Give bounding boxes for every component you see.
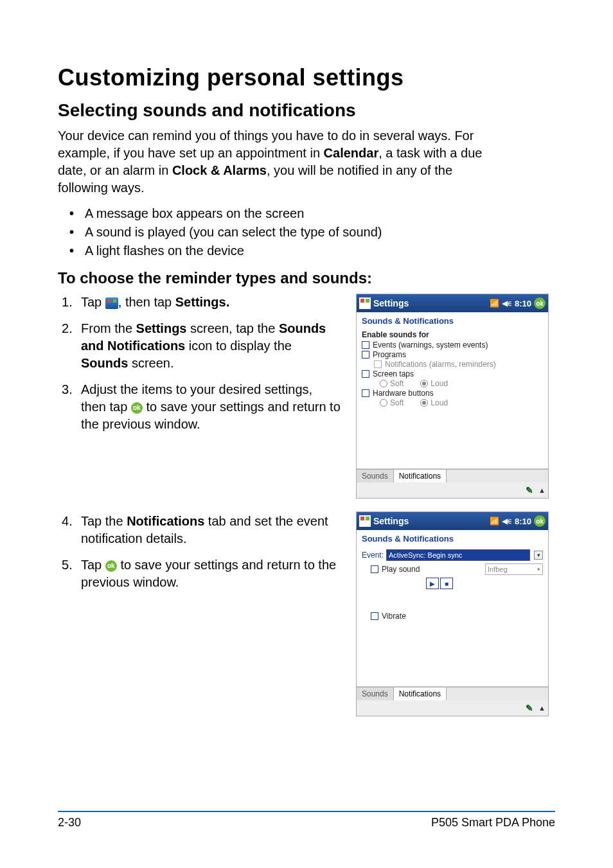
step-5: Tap ok to save your settings and return … (62, 556, 341, 591)
checkbox-label: Hardware buttons (373, 389, 434, 398)
checkbox-hardware[interactable]: Hardware buttons (362, 389, 543, 398)
intro-paragraph: Your device can remind you of things you… (58, 127, 495, 197)
enable-sounds-label: Enable sounds for (362, 330, 543, 339)
up-arrow-icon[interactable]: ▲ (538, 486, 546, 494)
signal-icon: 📶 (490, 299, 499, 308)
checkbox-events[interactable]: Events (warnings, system events) (362, 341, 543, 350)
ok-icon: ok (105, 560, 117, 572)
step-text: Tap (81, 295, 105, 309)
radio-soft: Soft (380, 398, 404, 407)
page-title: Customizing personal settings (58, 64, 555, 91)
ok-icon: ok (131, 402, 143, 414)
intro-calendar: Calendar (324, 146, 379, 160)
step-1: Tap , then tap Settings. (62, 294, 341, 311)
clock-label: 8:10 (515, 299, 531, 308)
step-2: From the Settings screen, tap the Sounds… (62, 320, 341, 372)
tab-notifications[interactable]: Notifications (394, 687, 447, 700)
pda-titlebar: Settings 📶 ◀ϵ 8:10 ok (357, 294, 548, 312)
checkbox-label: Notifications (alarms, reminders) (385, 360, 496, 369)
volume-icon: ◀ϵ (502, 517, 512, 526)
step-text: screen, tap the (186, 321, 278, 335)
pda-subtitle: Sounds & Notifications (357, 312, 548, 328)
checkbox-label: Screen taps (373, 369, 414, 378)
step-text: to save your settings and return to the … (81, 558, 336, 589)
stop-button[interactable]: ■ (440, 578, 453, 589)
step-text-notifications: Notifications (127, 514, 204, 528)
footer-title: P505 Smart PDA Phone (431, 816, 555, 829)
radio-loud: Loud (420, 379, 448, 388)
step-3: Adjust the items to your desired setting… (62, 381, 341, 433)
page-number: 2-30 (58, 816, 81, 829)
dropdown-arrow-icon[interactable]: ▾ (534, 551, 543, 560)
radio-label: Soft (390, 398, 404, 407)
checkbox-notifications: Notifications (alarms, reminders) (362, 360, 543, 369)
page-footer: 2-30 P505 Smart PDA Phone (58, 811, 555, 829)
radio-label: Loud (431, 379, 448, 388)
list-item: A message box appears on the screen (69, 204, 555, 223)
radio-label: Loud (431, 398, 448, 407)
intro-clock-alarms: Clock & Alarms (172, 163, 267, 177)
radio-label: Soft (390, 379, 404, 388)
pda-tabs: Sounds Notifications (357, 687, 548, 700)
pda-screenshot-sounds: Settings 📶 ◀ϵ 8:10 ok Sounds & Notificat… (356, 294, 549, 499)
up-arrow-icon[interactable]: ▲ (538, 704, 546, 712)
pda-footerbar: ✎ ▲ (357, 700, 548, 716)
keyboard-icon[interactable]: ✎ (526, 703, 536, 713)
sound-dropdown-value: Infbeg (488, 565, 508, 573)
status-area: 📶 ◀ϵ 8:10 ok (490, 515, 546, 527)
checkbox-label: Programs (373, 350, 406, 359)
clock-label: 8:10 (515, 517, 531, 526)
step-text: From the (81, 321, 136, 335)
tab-sounds[interactable]: Sounds (357, 687, 394, 700)
pda-tabs: Sounds Notifications (357, 469, 548, 483)
event-dropdown-value: ActiveSync: Begin sync (389, 551, 462, 559)
step-text-settings: Settings (136, 321, 187, 335)
event-label: Event: (362, 551, 384, 560)
pda-titlebar: Settings 📶 ◀ϵ 8:10 ok (357, 512, 548, 530)
sound-dropdown: Infbeg ▾ (485, 563, 543, 575)
pda-screenshot-notifications: Settings 📶 ◀ϵ 8:10 ok Sounds & Notificat… (356, 511, 549, 716)
step-text: , then tap (118, 295, 175, 309)
bullet-list: A message box appears on the screen A so… (69, 204, 555, 260)
checkbox-programs[interactable]: Programs (362, 350, 543, 359)
list-item: A sound is played (you can select the ty… (69, 223, 555, 242)
titlebar-label: Settings (373, 298, 490, 308)
checkbox-label: Play sound (382, 565, 420, 574)
section-title-selecting: Selecting sounds and notifications (58, 100, 555, 121)
pda-footerbar: ✎ ▲ (357, 483, 548, 498)
checkbox-screentaps[interactable]: Screen taps (362, 369, 543, 378)
checkbox-play-sound[interactable]: Play sound Infbeg ▾ (371, 563, 543, 575)
status-area: 📶 ◀ϵ 8:10 ok (490, 297, 546, 309)
ok-button[interactable]: ok (534, 515, 546, 527)
keyboard-icon[interactable]: ✎ (526, 485, 536, 495)
list-item: A light flashes on the device (69, 242, 555, 260)
ok-button[interactable]: ok (534, 297, 546, 309)
step-text: Tap (81, 558, 105, 572)
checkbox-label: Events (warnings, system events) (373, 341, 488, 350)
step-text: icon to display the (185, 339, 292, 353)
play-button[interactable]: ▶ (426, 578, 439, 589)
tab-sounds[interactable]: Sounds (357, 470, 394, 483)
step-text: screen. (128, 356, 173, 370)
checkbox-label: Vibrate (382, 612, 406, 621)
pda-subtitle: Sounds & Notifications (357, 530, 548, 545)
radio-soft: Soft (380, 379, 404, 388)
steps-list-a: Tap , then tap Settings. From the Settin… (62, 294, 341, 433)
event-dropdown[interactable]: ActiveSync: Begin sync (386, 549, 530, 561)
volume-icon: ◀ϵ (502, 299, 512, 308)
radio-loud: Loud (420, 398, 448, 407)
step-text-settings: Settings. (175, 295, 229, 309)
step-text-sounds: Sounds (81, 356, 128, 370)
start-icon[interactable] (359, 297, 371, 309)
tab-notifications[interactable]: Notifications (394, 470, 447, 483)
section-title-choose: To choose the reminder types and sounds: (58, 269, 555, 287)
step-4: Tap the Notifications tab and set the ev… (62, 513, 341, 547)
signal-icon: 📶 (490, 517, 499, 526)
start-icon (105, 297, 118, 309)
step-text: Tap the (81, 514, 127, 528)
checkbox-vibrate[interactable]: Vibrate (371, 612, 543, 621)
start-icon[interactable] (359, 515, 371, 527)
steps-list-b: Tap the Notifications tab and set the ev… (62, 513, 341, 591)
titlebar-label: Settings (373, 516, 490, 526)
